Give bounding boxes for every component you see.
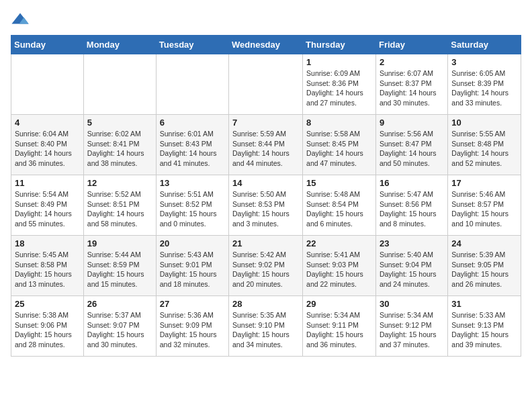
day-info: Sunrise: 5:36 AM Sunset: 9:09 PM Dayligh… bbox=[160, 310, 225, 350]
day-info: Sunrise: 5:39 AM Sunset: 9:05 PM Dayligh… bbox=[451, 250, 517, 289]
calendar-cell: 28Sunrise: 5:35 AM Sunset: 9:10 PM Dayli… bbox=[229, 296, 303, 357]
day-info: Sunrise: 5:37 AM Sunset: 9:07 PM Dayligh… bbox=[87, 310, 152, 350]
day-number: 13 bbox=[160, 178, 225, 188]
day-info: Sunrise: 5:43 AM Sunset: 9:01 PM Dayligh… bbox=[160, 250, 225, 289]
calendar-cell: 16Sunrise: 5:47 AM Sunset: 8:56 PM Dayli… bbox=[375, 175, 447, 236]
weekday-header-friday: Friday bbox=[375, 36, 447, 54]
calendar-cell: 13Sunrise: 5:51 AM Sunset: 8:52 PM Dayli… bbox=[156, 175, 228, 236]
calendar-cell: 21Sunrise: 5:42 AM Sunset: 9:02 PM Dayli… bbox=[229, 236, 303, 296]
day-number: 11 bbox=[15, 178, 80, 188]
calendar-cell bbox=[229, 54, 303, 115]
day-number: 9 bbox=[380, 118, 444, 128]
weekday-header-tuesday: Tuesday bbox=[156, 36, 228, 54]
day-info: Sunrise: 5:33 AM Sunset: 9:13 PM Dayligh… bbox=[451, 310, 517, 350]
calendar-cell: 11Sunrise: 5:54 AM Sunset: 8:49 PM Dayli… bbox=[11, 175, 84, 236]
day-number: 23 bbox=[380, 238, 444, 248]
day-number: 27 bbox=[160, 299, 225, 309]
calendar-cell: 23Sunrise: 5:40 AM Sunset: 9:04 PM Dayli… bbox=[375, 236, 447, 296]
day-info: Sunrise: 6:09 AM Sunset: 8:36 PM Dayligh… bbox=[306, 68, 372, 108]
day-info: Sunrise: 5:38 AM Sunset: 9:06 PM Dayligh… bbox=[15, 310, 80, 350]
day-info: Sunrise: 5:46 AM Sunset: 8:57 PM Dayligh… bbox=[451, 189, 517, 229]
calendar-cell: 24Sunrise: 5:39 AM Sunset: 9:05 PM Dayli… bbox=[448, 236, 521, 296]
calendar-cell: 22Sunrise: 5:41 AM Sunset: 9:03 PM Dayli… bbox=[303, 236, 376, 296]
day-number: 4 bbox=[15, 118, 80, 128]
day-number: 26 bbox=[87, 299, 152, 309]
calendar-cell: 9Sunrise: 5:56 AM Sunset: 8:47 PM Daylig… bbox=[375, 115, 447, 175]
calendar-cell: 10Sunrise: 5:55 AM Sunset: 8:48 PM Dayli… bbox=[448, 115, 521, 175]
day-number: 29 bbox=[306, 299, 372, 309]
day-info: Sunrise: 6:07 AM Sunset: 8:37 PM Dayligh… bbox=[380, 68, 444, 108]
page-header bbox=[11, 11, 521, 30]
calendar-cell: 19Sunrise: 5:44 AM Sunset: 8:59 PM Dayli… bbox=[83, 236, 156, 296]
day-info: Sunrise: 5:34 AM Sunset: 9:12 PM Dayligh… bbox=[380, 310, 444, 350]
day-info: Sunrise: 5:50 AM Sunset: 8:53 PM Dayligh… bbox=[232, 189, 299, 229]
day-number: 28 bbox=[232, 299, 299, 309]
day-number: 18 bbox=[15, 238, 80, 248]
day-info: Sunrise: 5:59 AM Sunset: 8:44 PM Dayligh… bbox=[232, 129, 299, 169]
day-info: Sunrise: 6:05 AM Sunset: 8:39 PM Dayligh… bbox=[451, 68, 517, 108]
calendar-cell: 12Sunrise: 5:52 AM Sunset: 8:51 PM Dayli… bbox=[83, 175, 156, 236]
day-info: Sunrise: 5:45 AM Sunset: 8:58 PM Dayligh… bbox=[15, 250, 80, 289]
day-info: Sunrise: 5:47 AM Sunset: 8:56 PM Dayligh… bbox=[380, 189, 444, 229]
weekday-header-saturday: Saturday bbox=[448, 36, 521, 54]
day-number: 24 bbox=[451, 238, 517, 248]
day-info: Sunrise: 5:55 AM Sunset: 8:48 PM Dayligh… bbox=[451, 129, 517, 169]
calendar-cell: 1Sunrise: 6:09 AM Sunset: 8:36 PM Daylig… bbox=[303, 54, 376, 115]
day-number: 3 bbox=[451, 57, 517, 67]
calendar-cell bbox=[83, 54, 156, 115]
calendar-cell: 30Sunrise: 5:34 AM Sunset: 9:12 PM Dayli… bbox=[375, 296, 447, 357]
day-info: Sunrise: 5:40 AM Sunset: 9:04 PM Dayligh… bbox=[380, 250, 444, 289]
calendar-cell: 26Sunrise: 5:37 AM Sunset: 9:07 PM Dayli… bbox=[83, 296, 156, 357]
day-number: 21 bbox=[232, 238, 299, 248]
day-info: Sunrise: 5:51 AM Sunset: 8:52 PM Dayligh… bbox=[160, 189, 225, 229]
day-number: 30 bbox=[380, 299, 444, 309]
calendar-cell: 6Sunrise: 6:01 AM Sunset: 8:43 PM Daylig… bbox=[156, 115, 228, 175]
day-info: Sunrise: 5:54 AM Sunset: 8:49 PM Dayligh… bbox=[15, 189, 80, 229]
calendar-cell bbox=[156, 54, 228, 115]
calendar-week-3: 11Sunrise: 5:54 AM Sunset: 8:49 PM Dayli… bbox=[11, 175, 521, 236]
day-info: Sunrise: 5:42 AM Sunset: 9:02 PM Dayligh… bbox=[232, 250, 299, 289]
day-info: Sunrise: 5:35 AM Sunset: 9:10 PM Dayligh… bbox=[232, 310, 299, 350]
weekday-header-sunday: Sunday bbox=[11, 36, 84, 54]
weekday-header-monday: Monday bbox=[83, 36, 156, 54]
day-number: 7 bbox=[232, 118, 299, 128]
calendar-cell: 8Sunrise: 5:58 AM Sunset: 8:45 PM Daylig… bbox=[303, 115, 376, 175]
calendar-cell: 20Sunrise: 5:43 AM Sunset: 9:01 PM Dayli… bbox=[156, 236, 228, 296]
calendar-cell bbox=[11, 54, 84, 115]
calendar-week-5: 25Sunrise: 5:38 AM Sunset: 9:06 PM Dayli… bbox=[11, 296, 521, 357]
weekday-header-row: SundayMondayTuesdayWednesdayThursdayFrid… bbox=[11, 36, 521, 54]
day-info: Sunrise: 6:01 AM Sunset: 8:43 PM Dayligh… bbox=[160, 129, 225, 169]
calendar-week-2: 4Sunrise: 6:04 AM Sunset: 8:40 PM Daylig… bbox=[11, 115, 521, 175]
calendar-cell: 2Sunrise: 6:07 AM Sunset: 8:37 PM Daylig… bbox=[375, 54, 447, 115]
calendar-cell: 29Sunrise: 5:34 AM Sunset: 9:11 PM Dayli… bbox=[303, 296, 376, 357]
day-info: Sunrise: 6:02 AM Sunset: 8:41 PM Dayligh… bbox=[87, 129, 152, 169]
day-info: Sunrise: 5:44 AM Sunset: 8:59 PM Dayligh… bbox=[87, 250, 152, 289]
day-number: 14 bbox=[232, 178, 299, 188]
calendar-cell: 15Sunrise: 5:48 AM Sunset: 8:54 PM Dayli… bbox=[303, 175, 376, 236]
day-info: Sunrise: 5:52 AM Sunset: 8:51 PM Dayligh… bbox=[87, 189, 152, 229]
day-number: 6 bbox=[160, 118, 225, 128]
day-number: 19 bbox=[87, 238, 152, 248]
day-number: 1 bbox=[306, 57, 372, 67]
day-info: Sunrise: 6:04 AM Sunset: 8:40 PM Dayligh… bbox=[15, 129, 80, 169]
calendar-cell: 3Sunrise: 6:05 AM Sunset: 8:39 PM Daylig… bbox=[448, 54, 521, 115]
day-number: 5 bbox=[87, 118, 152, 128]
calendar-cell: 17Sunrise: 5:46 AM Sunset: 8:57 PM Dayli… bbox=[448, 175, 521, 236]
calendar-cell: 18Sunrise: 5:45 AM Sunset: 8:58 PM Dayli… bbox=[11, 236, 84, 296]
calendar-cell: 31Sunrise: 5:33 AM Sunset: 9:13 PM Dayli… bbox=[448, 296, 521, 357]
day-info: Sunrise: 5:48 AM Sunset: 8:54 PM Dayligh… bbox=[306, 189, 372, 229]
weekday-header-wednesday: Wednesday bbox=[229, 36, 303, 54]
calendar-cell: 27Sunrise: 5:36 AM Sunset: 9:09 PM Dayli… bbox=[156, 296, 228, 357]
calendar-cell: 4Sunrise: 6:04 AM Sunset: 8:40 PM Daylig… bbox=[11, 115, 84, 175]
day-number: 12 bbox=[87, 178, 152, 188]
calendar-week-4: 18Sunrise: 5:45 AM Sunset: 8:58 PM Dayli… bbox=[11, 236, 521, 296]
day-info: Sunrise: 5:34 AM Sunset: 9:11 PM Dayligh… bbox=[306, 310, 372, 350]
calendar-cell: 14Sunrise: 5:50 AM Sunset: 8:53 PM Dayli… bbox=[229, 175, 303, 236]
logo-icon bbox=[11, 11, 30, 30]
logo bbox=[11, 11, 32, 30]
day-number: 22 bbox=[306, 238, 372, 248]
day-info: Sunrise: 5:41 AM Sunset: 9:03 PM Dayligh… bbox=[306, 250, 372, 289]
calendar-cell: 7Sunrise: 5:59 AM Sunset: 8:44 PM Daylig… bbox=[229, 115, 303, 175]
calendar-table: SundayMondayTuesdayWednesdayThursdayFrid… bbox=[11, 35, 521, 357]
day-number: 20 bbox=[160, 238, 225, 248]
